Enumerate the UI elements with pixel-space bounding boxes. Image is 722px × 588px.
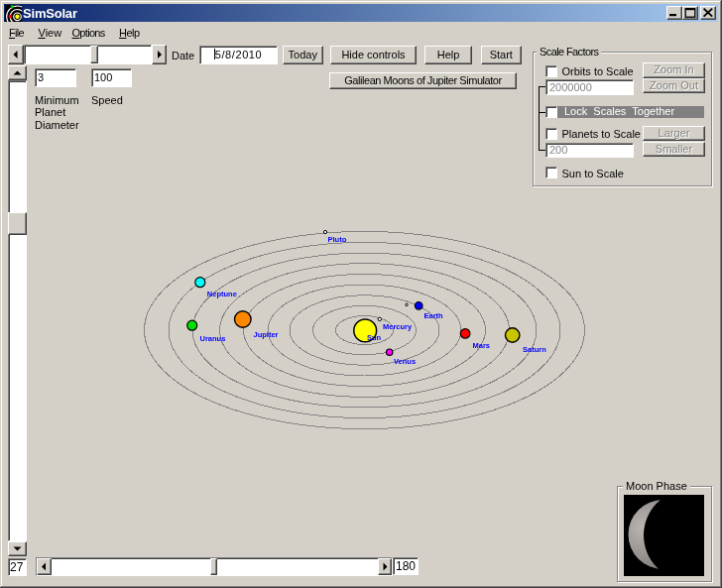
- svg-text:Venus: Venus: [394, 357, 416, 366]
- svg-text:Mars: Mars: [473, 341, 491, 350]
- svg-text:Earth: Earth: [424, 311, 444, 320]
- svg-text:Saturn: Saturn: [523, 345, 546, 354]
- svg-text:Neptune: Neptune: [207, 290, 237, 298]
- svg-text:Sun: Sun: [367, 333, 382, 342]
- svg-text:Jupiter: Jupiter: [254, 330, 279, 339]
- svg-text:Pluto: Pluto: [328, 235, 347, 244]
- svg-text:Mercury: Mercury: [383, 322, 413, 331]
- svg-text:Uranus: Uranus: [200, 334, 226, 343]
